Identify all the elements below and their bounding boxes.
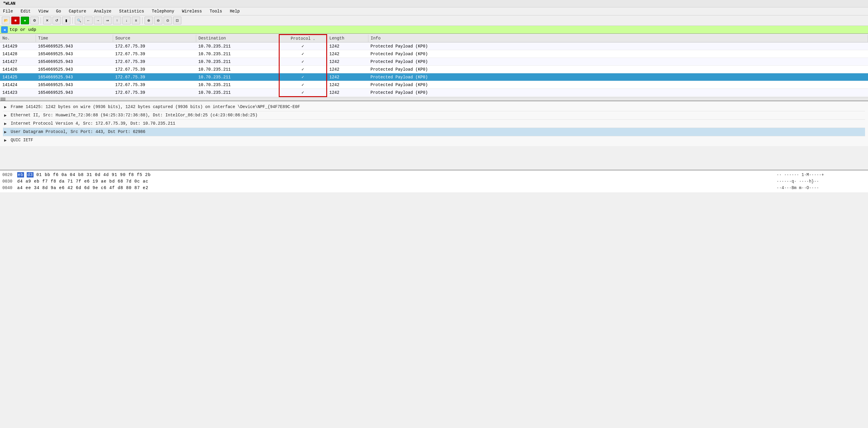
expand-arrow-icon[interactable]: ▶: [4, 104, 8, 110]
title-text: *WLAN: [3, 1, 16, 6]
packet-tbody: 1414291654669525.943172.67.75.3910.70.23…: [0, 42, 868, 97]
cell-destination: 10.70.235.211: [196, 66, 279, 73]
cell-length: 1242: [327, 89, 368, 97]
cell-info: Protected Payload (KP0): [368, 81, 868, 89]
start-button[interactable]: ●: [21, 17, 29, 24]
cell-destination: 10.70.235.211: [196, 81, 279, 89]
titlebar: *WLAN: [0, 0, 868, 7]
table-row[interactable]: 1414241654669525.943172.67.75.3910.70.23…: [0, 81, 868, 89]
horizontal-scrollbar[interactable]: [0, 97, 868, 101]
hex-highlighted-byte: eb: [17, 172, 24, 178]
cell-source: 172.67.75.39: [113, 89, 196, 97]
col-header-info[interactable]: Info: [368, 35, 868, 42]
cell-info: Protected Payload (KP0): [368, 73, 868, 81]
open-button[interactable]: 📂: [2, 17, 10, 24]
menu-capture[interactable]: Capture: [68, 8, 88, 14]
cell-no: 141427: [0, 58, 36, 66]
table-row[interactable]: 1414271654669525.943172.67.75.3910.70.23…: [0, 58, 868, 66]
scrollbar-thumb[interactable]: [1, 98, 5, 101]
stop-button[interactable]: ■: [11, 17, 20, 24]
cell-no: 141424: [0, 81, 36, 89]
detail-text: Ethernet II, Src: HuaweiTe_72:36:88 (94:…: [11, 113, 258, 118]
table-row[interactable]: 1414261654669525.943172.67.75.3910.70.23…: [0, 66, 868, 73]
cell-source: 172.67.75.39: [113, 73, 196, 81]
up-button[interactable]: ↑: [113, 17, 121, 24]
col-header-protocol[interactable]: Protocol ⌄: [279, 35, 327, 42]
table-row[interactable]: 1414251654669525.943172.67.75.3910.70.23…: [0, 73, 868, 81]
cell-length: 1242: [327, 66, 368, 73]
col-header-time[interactable]: Time: [36, 35, 113, 42]
hex-bytes[interactable]: d4 a9 eb f7 f8 da 71 7f e6 19 ae bd 68 7…: [17, 179, 771, 184]
menu-wireless[interactable]: Wireless: [181, 8, 203, 14]
menu-telephony[interactable]: Telephony: [151, 8, 176, 14]
hex-row: 0040a4 ee 34 8d 9a e6 42 6d 6d 9e c6 4f …: [2, 185, 866, 191]
cell-no: 141428: [0, 50, 36, 58]
menu-statistics[interactable]: Statistics: [118, 8, 145, 14]
expand-arrow-icon[interactable]: ▶: [4, 121, 8, 126]
cell-protocol: ✓: [279, 42, 327, 50]
detail-row[interactable]: ▶Frame 141425: 1242 bytes on wire (9936 …: [3, 103, 865, 111]
menu-help[interactable]: Help: [228, 8, 241, 14]
cell-info: Protected Payload (KP0): [368, 42, 868, 50]
cell-no: 141429: [0, 42, 36, 50]
cell-protocol: ✓: [279, 66, 327, 73]
table-row[interactable]: 1414281654669525.943172.67.75.3910.70.23…: [0, 50, 868, 58]
find-button[interactable]: 🔍: [75, 17, 83, 24]
menu-go[interactable]: Go: [55, 8, 62, 14]
toolbar-sep-3: [142, 17, 143, 24]
hex-row: 0030d4 a9 eb f7 f8 da 71 7f e6 19 ae bd …: [2, 178, 866, 185]
hex-offset: 0040: [2, 185, 17, 190]
zoom-fit-button[interactable]: ⊡: [173, 17, 181, 24]
hex-dump-pane: 0020eb d3 01 bb f6 0a 04 b8 31 0d 4d 91 …: [0, 170, 868, 192]
cell-time: 1654669525.943: [36, 50, 113, 58]
back-button[interactable]: ←: [84, 17, 93, 24]
detail-row[interactable]: ▶Internet Protocol Version 4, Src: 172.6…: [3, 120, 865, 128]
mark-button[interactable]: ≡: [132, 17, 140, 24]
cell-info: Protected Payload (KP0): [368, 50, 868, 58]
cell-protocol: ✓: [279, 73, 327, 81]
cell-info: Protected Payload (KP0): [368, 89, 868, 97]
hex-bytes[interactable]: eb d3 01 bb f6 0a 04 b8 31 0d 4d 91 90 f…: [17, 173, 771, 177]
expand-arrow-icon[interactable]: ▶: [4, 113, 8, 118]
menu-view[interactable]: View: [37, 8, 50, 14]
zoom-in-button[interactable]: ⊕: [145, 17, 153, 24]
zoom-out-button[interactable]: ⊖: [154, 17, 162, 24]
menu-edit[interactable]: Edit: [20, 8, 32, 14]
down-button[interactable]: ↓: [122, 17, 131, 24]
expand-arrow-icon[interactable]: ▶: [4, 138, 8, 143]
menubar: File Edit View Go Capture Analyze Statis…: [0, 7, 868, 16]
toolbar-sep-2: [72, 17, 73, 24]
col-header-destination[interactable]: Destination: [196, 35, 279, 42]
hex-ascii: ··4···Bm m··O····: [777, 185, 866, 190]
menu-tools[interactable]: Tools: [208, 8, 223, 14]
menu-file[interactable]: File: [2, 8, 14, 14]
filter-icon: ◀: [1, 26, 8, 33]
zoom-reset-button[interactable]: ⊙: [163, 17, 172, 24]
menu-analyze[interactable]: Analyze: [93, 8, 113, 14]
detail-row[interactable]: ▶QUIC IETF: [3, 136, 865, 144]
detail-row[interactable]: ▶User Datagram Protocol, Src Port: 443, …: [3, 128, 865, 136]
cell-destination: 10.70.235.211: [196, 89, 279, 97]
table-row[interactable]: 1414231654669525.943172.67.75.3910.70.23…: [0, 89, 868, 97]
hex-bytes[interactable]: a4 ee 34 8d 9a e6 42 6d 6d 9e c6 4f d8 8…: [17, 185, 771, 190]
cell-time: 1654669525.943: [36, 42, 113, 50]
cell-no: 141426: [0, 66, 36, 73]
col-header-source[interactable]: Source: [113, 35, 196, 42]
reload-button[interactable]: ↺: [53, 17, 61, 24]
expand-arrow-icon[interactable]: ▶: [4, 129, 8, 134]
detail-row[interactable]: ▶Ethernet II, Src: HuaweiTe_72:36:88 (94…: [3, 111, 865, 120]
prefs-button[interactable]: ⚙: [30, 17, 39, 24]
close-button[interactable]: ✕: [43, 17, 51, 24]
col-header-no[interactable]: No.: [0, 35, 36, 42]
filter-input[interactable]: [9, 27, 867, 32]
go-right-button[interactable]: ⇒: [103, 17, 112, 24]
forward-button[interactable]: →: [94, 17, 102, 24]
sep-button[interactable]: ▮: [62, 17, 70, 24]
col-header-length[interactable]: Length: [327, 35, 368, 42]
cell-time: 1654669525.943: [36, 89, 113, 97]
cell-time: 1654669525.943: [36, 73, 113, 81]
proto-sort-indicator: ⌄: [313, 37, 315, 41]
table-row[interactable]: 1414291654669525.943172.67.75.3910.70.23…: [0, 42, 868, 50]
cell-source: 172.67.75.39: [113, 81, 196, 89]
cell-time: 1654669525.943: [36, 81, 113, 89]
